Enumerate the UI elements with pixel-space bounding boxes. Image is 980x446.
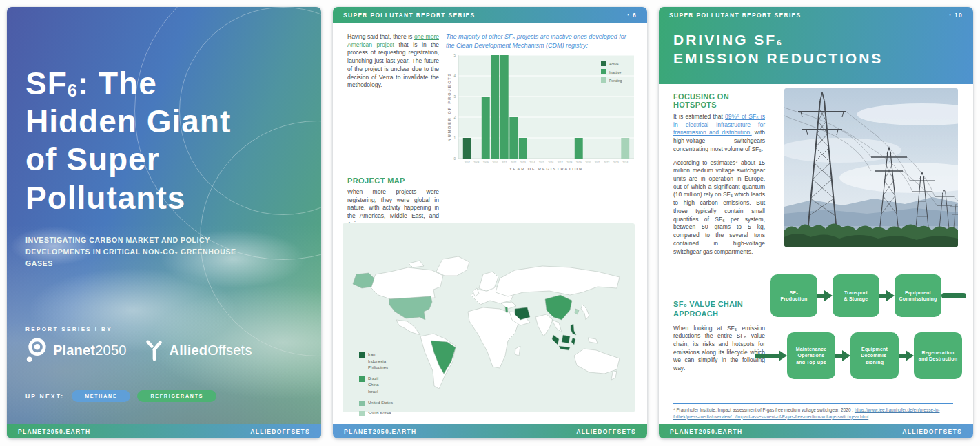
footnote: ⁴ Fraunhofer Institute, Impact assessmen… — [673, 407, 953, 420]
flow-arrow — [755, 350, 787, 361]
flow-arrow — [899, 350, 914, 361]
svg-text:4: 4 — [453, 74, 456, 78]
cover-title: SF6: The Hidden Giant of Super Pollutant… — [25, 65, 231, 217]
flow-arrow-icon — [879, 290, 895, 301]
flow-arrow — [817, 290, 833, 301]
hotspots-column: FOCUSING ON HOTSPOTS It is estimated tha… — [673, 92, 765, 256]
svg-text:2022: 2022 — [604, 161, 609, 164]
flow-continuation-bar — [941, 293, 966, 298]
svg-text:2007: 2007 — [465, 161, 470, 164]
map-legend-swatch — [359, 401, 365, 406]
intro-paragraph: Having said that, there is one more Amer… — [347, 33, 439, 90]
svg-text:1: 1 — [453, 136, 456, 140]
svg-text:2: 2 — [453, 116, 456, 119]
hotspots-paragraph-2: According to estimates⁴ about 15 million… — [673, 159, 765, 256]
up-next-pill-methane[interactable]: METHANE — [72, 390, 130, 402]
svg-text:2018: 2018 — [566, 161, 572, 164]
subscript: 6 — [777, 39, 783, 47]
country-indonesia — [552, 335, 559, 345]
map-legend-item: United States — [359, 400, 393, 407]
value-chain-row-1: SF₆ProductionTransport& StorageEquipment… — [770, 274, 966, 317]
cover-subtitle: INVESTIGATING CARBON MARKET AND POLICY D… — [25, 234, 239, 269]
svg-text:2008: 2008 — [473, 161, 479, 164]
svg-text:Inactive: Inactive — [609, 70, 621, 74]
country-israel — [505, 307, 508, 312]
svg-text:2009: 2009 — [483, 161, 489, 164]
map-legend-swatch — [359, 411, 365, 416]
map-legend-item: South Korea — [359, 410, 393, 417]
value-chain-box-r1-2: EquipmentCommissioning — [895, 274, 941, 317]
svg-text:2024: 2024 — [622, 161, 628, 164]
footer-right-text: ALLIEDOFFSETS — [902, 428, 962, 435]
series-header-text: SUPER POLLUTANT REPORT SERIES — [343, 12, 476, 19]
chart-bar-2007 — [463, 138, 471, 159]
chart-caption: The majority of other SF₆ projects are i… — [446, 32, 633, 50]
chart-bar-2019 — [575, 138, 583, 159]
page6-header: SUPER POLLUTANT REPORT SERIES · 6 — [333, 7, 647, 23]
map-legend-labels: South Korea — [368, 410, 391, 417]
value-chain-heading: SF₆ VALUE CHAIN APPROACH — [673, 299, 770, 319]
page-number: · 10 — [949, 12, 963, 19]
page-6: SUPER POLLUTANT REPORT SERIES · 6 Having… — [333, 7, 647, 438]
flow-arrow-icon — [755, 350, 787, 361]
svg-text:Active: Active — [609, 62, 619, 66]
series-header-text: SUPER POLLUTANT REPORT SERIES — [669, 12, 802, 19]
value-chain-row-2: MaintenanceOperationsand Top-upsEquipmen… — [755, 332, 962, 379]
map-legend-swatch — [359, 352, 365, 358]
world-map-panel: IranIndonesiaPhilippinesBrazilChinaIsrae… — [343, 223, 635, 412]
publisher-logos: Planet2050 AlliedOffsets — [25, 335, 252, 365]
footer-left-text: PLANET2050.EARTH — [344, 428, 416, 435]
svg-text:Pending: Pending — [609, 79, 622, 83]
country-united-states — [389, 296, 432, 320]
page-10: SUPER POLLUTANT REPORT SERIES · 10 DRIVI… — [659, 7, 973, 438]
up-next-row: UP NEXT: METHANEREFRIGERANTS — [25, 390, 216, 402]
chart-legend-swatch-pending — [601, 77, 606, 83]
page10-banner: SUPER POLLUTANT REPORT SERIES · 10 DRIVI… — [659, 7, 973, 84]
svg-text:5: 5 — [453, 54, 456, 57]
footer-right-text: ALLIEDOFFSETS — [576, 428, 636, 435]
up-next-pill-refrigerants[interactable]: REFRIGERANTS — [137, 390, 216, 402]
svg-text:2019: 2019 — [576, 161, 582, 164]
page10-header: SUPER POLLUTANT REPORT SERIES · 10 — [659, 7, 973, 23]
cover-page: SF6: The Hidden Giant of Super Pollutant… — [7, 7, 321, 438]
map-legend: IranIndonesiaPhilippinesBrazilChinaIsrae… — [359, 352, 393, 417]
planet2050-logo: Planet2050 — [25, 336, 127, 364]
project-map-paragraph: When more projects were registering, the… — [347, 188, 439, 229]
svg-text:2023: 2023 — [613, 161, 619, 164]
alliedoffsets-icon — [145, 338, 164, 362]
value-chain-box-r2-2: Regenerationand Destruction — [914, 332, 962, 379]
svg-text:2015: 2015 — [539, 161, 544, 164]
footer-right-text: ALLIEDOFFSETS — [250, 428, 310, 435]
chart-bar-2011 — [500, 55, 509, 159]
value-chain-box-r2-0: MaintenanceOperationsand Top-ups — [787, 332, 835, 379]
chart-bar-2010 — [491, 55, 499, 159]
svg-text:2017: 2017 — [558, 161, 563, 164]
map-legend-labels: BrazilChinaIsrael — [368, 376, 379, 396]
page6-footer: PLANET2050.EARTH ALLIEDOFFSETS — [333, 424, 647, 438]
map-legend-item: IranIndonesiaPhilippines — [359, 352, 393, 372]
value-chain-box-r2-1: EquipmentDecommis-sioning — [850, 332, 899, 379]
country-philippines — [571, 324, 576, 335]
page10-footer: PLANET2050.EARTH ALLIEDOFFSETS — [659, 424, 973, 438]
cdm-projects-bar-chart: 0123452007200820092010201120122013201420… — [446, 51, 639, 174]
svg-text:2021: 2021 — [595, 161, 600, 164]
svg-text:3: 3 — [453, 95, 456, 99]
bar-chart-svg: 0123452007200820092010201120122013201420… — [446, 51, 639, 174]
svg-text:2016: 2016 — [548, 161, 553, 164]
page10-title: DRIVING SF6 EMISSION REDUCTIONS — [673, 30, 883, 68]
value-chain-paragraph: When looking at SF₆ emission reductions … — [673, 325, 765, 373]
svg-text:YEAR OF REGISTRATION: YEAR OF REGISTRATION — [509, 167, 583, 171]
hotspots-heading: FOCUSING ON HOTSPOTS — [673, 92, 765, 109]
transmission-towers-photo — [784, 88, 958, 247]
svg-text:2013: 2013 — [520, 161, 526, 164]
map-legend-swatch — [359, 376, 365, 382]
country-china — [545, 295, 572, 320]
up-next-label: UP NEXT: — [25, 393, 64, 400]
flow-arrow-icon — [817, 290, 833, 301]
flow-arrow-icon — [899, 350, 914, 361]
flow-arrow — [879, 290, 895, 301]
country-indonesia — [559, 346, 570, 350]
flow-arrow — [835, 350, 850, 361]
chart-legend-swatch-active — [601, 61, 606, 66]
svg-text:2011: 2011 — [502, 161, 507, 164]
